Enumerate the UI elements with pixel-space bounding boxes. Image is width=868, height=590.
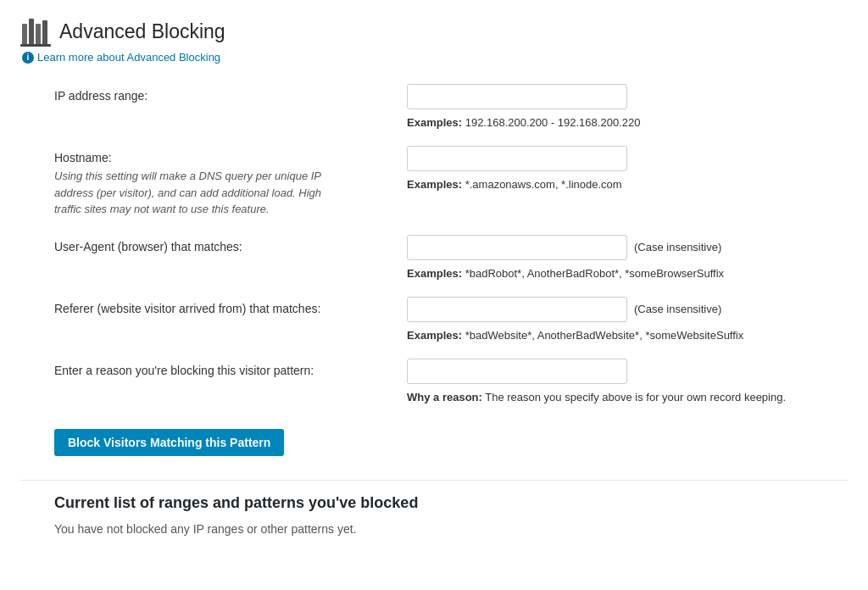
user-agent-input-col: (Case insensitive) Examples: *badRobot*,… xyxy=(407,235,848,280)
svg-rect-2 xyxy=(36,24,41,46)
ip-range-examples: Examples: 192.168.200.200 - 192.168.200.… xyxy=(407,116,848,129)
hostname-label-col: Hostname: Using this setting will make a… xyxy=(54,146,393,218)
reason-row: Enter a reason you're blocking this visi… xyxy=(54,359,848,404)
reason-why: Why a reason: The reason you specify abo… xyxy=(407,391,848,404)
user-agent-examples: Examples: *badRobot*, AnotherBadRobot*, … xyxy=(407,267,848,280)
user-agent-label-col: User-Agent (browser) that matches: xyxy=(54,235,393,253)
current-list-title: Current list of ranges and patterns you'… xyxy=(54,494,848,512)
ip-range-label: IP address range: xyxy=(54,89,147,103)
info-icon: i xyxy=(22,52,34,64)
ip-range-row: IP address range: Examples: 192.168.200.… xyxy=(54,84,848,129)
referer-row: Referer (website visitor arrived from) t… xyxy=(54,297,848,342)
referer-label: Referer (website visitor arrived from) t… xyxy=(54,302,320,315)
form-section: IP address range: Examples: 192.168.200.… xyxy=(20,84,848,404)
ip-range-input[interactable] xyxy=(407,84,627,109)
svg-rect-0 xyxy=(22,24,27,46)
user-agent-row: User-Agent (browser) that matches: (Case… xyxy=(54,235,848,280)
svg-rect-1 xyxy=(29,19,34,46)
ip-range-label-col: IP address range: xyxy=(54,84,393,103)
block-visitors-button[interactable]: Block Visitors Matching this Pattern xyxy=(54,429,284,456)
ip-range-input-col: Examples: 192.168.200.200 - 192.168.200.… xyxy=(407,84,848,129)
referer-input[interactable] xyxy=(407,297,627,322)
page-title: Advanced Blocking xyxy=(59,19,225,45)
reason-label-col: Enter a reason you're blocking this visi… xyxy=(54,359,393,377)
referer-label-col: Referer (website visitor arrived from) t… xyxy=(54,297,393,315)
section-divider xyxy=(20,480,848,481)
user-agent-case-note: (Case insensitive) xyxy=(634,241,721,253)
reason-input-col: Why a reason: The reason you specify abo… xyxy=(407,359,848,404)
hostname-label: Hostname: xyxy=(54,151,112,164)
hostname-row: Hostname: Using this setting will make a… xyxy=(54,146,848,218)
svg-rect-3 xyxy=(42,20,47,46)
hostname-input[interactable] xyxy=(407,146,627,171)
reason-input[interactable] xyxy=(407,359,627,384)
hostname-input-col: Examples: *.amazonaws.com, *.linode.com xyxy=(407,146,848,191)
user-agent-input[interactable] xyxy=(407,235,627,260)
referer-input-col: (Case insensitive) Examples: *badWebsite… xyxy=(407,297,848,342)
hostname-note: Using this setting will make a DNS query… xyxy=(54,168,342,218)
shield-icon xyxy=(20,17,51,47)
svg-rect-4 xyxy=(20,44,51,47)
referer-examples: Examples: *badWebsite*, AnotherBadWebsit… xyxy=(407,329,848,342)
page-header: Advanced Blocking xyxy=(20,17,848,47)
referer-case-note: (Case insensitive) xyxy=(634,303,721,315)
reason-label: Enter a reason you're blocking this visi… xyxy=(54,364,314,377)
no-blocks-text: You have not blocked any IP ranges or ot… xyxy=(54,522,848,536)
hostname-examples: Examples: *.amazonaws.com, *.linode.com xyxy=(407,178,848,191)
user-agent-label: User-Agent (browser) that matches: xyxy=(54,240,242,253)
learn-more-label: Learn more about Advanced Blocking xyxy=(37,51,220,64)
learn-more-link[interactable]: i Learn more about Advanced Blocking xyxy=(22,51,848,64)
